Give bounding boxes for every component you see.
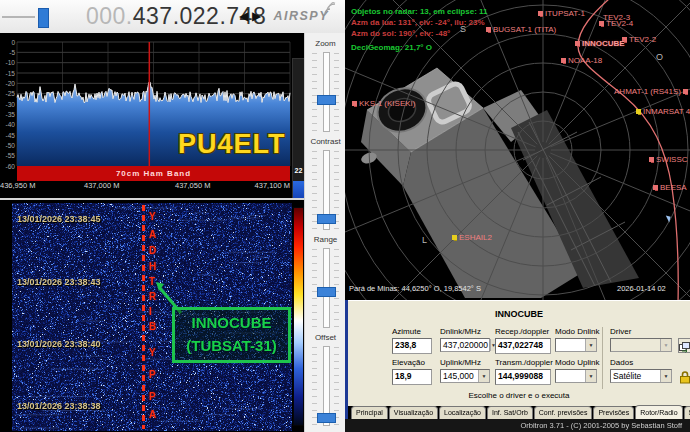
rx-doppler-value[interactable]: 437,022748: [495, 338, 551, 354]
elevation-value[interactable]: 18,9: [392, 369, 432, 385]
spectrum-y-tick: -50: [0, 142, 15, 149]
chevron-down-icon[interactable]: ▼: [660, 370, 671, 382]
satellite-bugsat-1-tita[interactable]: BUGSAT-1 (TITA): [486, 25, 556, 34]
spectrum-y-tick: -10: [0, 59, 15, 66]
radar-info-block: Objetos no radar: 13, em eclipse: 11Azm …: [351, 6, 488, 53]
satellite-eshail2[interactable]: ESHAIL2: [452, 233, 492, 242]
zoom-slider-handle[interactable]: [317, 95, 336, 105]
tab-inf-sat-orb[interactable]: Inf. Sat/Orb: [487, 406, 533, 419]
spectrum-x-tick: 437,050 M: [175, 181, 210, 190]
data-source-combo[interactable]: Satélite▼: [610, 369, 672, 383]
signal-letter: P: [149, 391, 156, 402]
tab-visualiza-o[interactable]: Visualização: [389, 406, 438, 419]
spectrum-y-tick: -45: [0, 132, 15, 139]
frequency-step-down-icon[interactable]: ◀: [239, 9, 248, 23]
radar-datetime: 2026-01-14 02: [617, 284, 666, 293]
annotation-line1: INNOCUBE: [175, 312, 288, 333]
spectrum-y-tick: 0: [0, 39, 15, 46]
tab-localiza-o[interactable]: Localização: [439, 406, 486, 419]
waterfall-panel[interactable]: 13/01/2026 23:38:4513/01/2026 23:38:4313…: [0, 200, 304, 432]
satellite-marker-icon: [575, 41, 580, 46]
uplink-label: Uplink/MHz: [440, 358, 490, 367]
orbitron-window: Objetos no radar: 13, em eclipse: 11Azm …: [345, 0, 690, 432]
spectrum-x-tick: 437,100 M: [255, 181, 290, 190]
satellite-ahmat-1-rs41s[interactable]: AHMAT-1 (RS41S): [614, 87, 688, 96]
uplink-mode-combo[interactable]: ▼: [555, 369, 597, 383]
contrast-slider-handle[interactable]: [317, 214, 336, 224]
tab-principal[interactable]: Principal: [351, 406, 388, 419]
satellite-kks-1-kiseki[interactable]: KKS-1 (KISEKI): [352, 99, 415, 108]
satellite-itupsat-1[interactable]: ITUPSAT-1: [538, 9, 585, 18]
satellite-marker-icon: [649, 157, 654, 162]
satellite-innocube[interactable]: INNOCUBE: [575, 39, 625, 48]
tab-conf-previs-es[interactable]: Conf. previsões: [534, 406, 593, 419]
downlink-mode-combo[interactable]: ▼: [555, 338, 597, 352]
radar-view[interactable]: Objetos no radar: 13, em eclipse: 11Azm …: [345, 0, 690, 300]
downlink-field-group: Dnlink/MHz 437,020000▼: [440, 327, 490, 352]
waterfall-tuning-line: [142, 205, 145, 429]
downlink-combo[interactable]: 437,020000▼: [440, 338, 490, 352]
satellite-beesa[interactable]: BEESA: [653, 183, 687, 192]
signal-letter: P: [149, 369, 156, 380]
zoom-slider[interactable]: [323, 52, 330, 132]
uplink-combo[interactable]: 145,000▼: [440, 369, 490, 383]
driver-combo[interactable]: ▼: [610, 338, 672, 352]
satellite-label: AHMAT-1 (RS41S): [614, 87, 681, 96]
spectrum-y-tick: -60: [0, 163, 15, 170]
uplink-mode-value: [556, 370, 585, 382]
frequency-step-up-icon[interactable]: ▶: [252, 9, 261, 23]
signal-letter: A: [149, 229, 156, 240]
elevation-field-group: Elevação 18,9: [392, 358, 432, 385]
chevron-down-icon[interactable]: ▼: [585, 370, 596, 382]
signal-letter: A: [149, 409, 156, 420]
azimuth-value[interactable]: 238,8: [392, 338, 432, 354]
tab-rotor-radio[interactable]: Rotor/Radio: [635, 405, 682, 419]
sdr-adjustment-sliders: ZoomContrastRangeOffset: [304, 33, 346, 432]
rx-doppler-field-group: Recep./doppler 437,022748: [495, 327, 551, 354]
data-source-value: Satélite: [611, 370, 660, 382]
chevron-down-icon[interactable]: ▼: [660, 339, 671, 351]
radar-info-line: Azm do sol: 190°, elv: -48°: [351, 28, 488, 39]
spectrum-y-tick: -15: [0, 70, 15, 77]
signal-letter: I: [149, 306, 152, 317]
range-slider-handle[interactable]: [317, 287, 336, 297]
driver-run-button[interactable]: [678, 338, 690, 353]
satellite-noaa-18[interactable]: NOAA-18: [561, 56, 602, 65]
compass-label-l: L: [422, 235, 427, 245]
slider-label-contrast: Contrast: [305, 137, 346, 146]
panel-separator: [602, 327, 603, 389]
airspy-logo-text: AIRSPY: [273, 9, 329, 23]
tab-previs-es[interactable]: Previsões: [593, 406, 634, 419]
satellite-inmarsat-4-f3[interactable]: INMARSAT 4-F3: [636, 107, 690, 116]
data-source-label: Dados: [610, 358, 672, 367]
signal-letter: H: [149, 261, 156, 272]
satellite-label: ITUPSAT-1: [545, 9, 585, 18]
satellite-label: TEV2-2: [629, 35, 656, 44]
chevron-down-icon[interactable]: ▼: [585, 339, 596, 351]
driver-label: Driver: [610, 327, 672, 336]
tx-doppler-field-group: Transm./doppler 144,999088: [495, 358, 551, 385]
tune-step-slider[interactable]: [2, 16, 35, 18]
tx-doppler-value[interactable]: 144,999088: [495, 369, 551, 385]
offset-slider-handle[interactable]: [317, 413, 336, 423]
spectrum-y-tick: -55: [0, 152, 15, 159]
driver-value: [611, 339, 660, 351]
satellite-marker[interactable]: [665, 216, 672, 222]
band-plan-label: 70cm Ham Band: [116, 169, 191, 178]
tab-sobre[interactable]: Sobre: [684, 406, 690, 419]
satellite-label: INNOCUBE: [582, 39, 625, 48]
selected-satellite-title: INNOCUBE: [348, 309, 690, 319]
callsign-overlay: PU4ELT: [178, 129, 286, 160]
satellite-swissc[interactable]: SWISSC: [649, 155, 688, 164]
satellite-tev2-2[interactable]: TEV2-2: [622, 35, 656, 44]
frequency-dim-digits: 000.: [86, 3, 133, 29]
radar-status-bar: Pará de Minas: 44,6250° O, 19,8542° S 20…: [345, 284, 690, 300]
satellite-tev2-4[interactable]: TEV2-4: [599, 19, 633, 28]
satellite-label: ESHAIL2: [459, 233, 492, 242]
spectrum-panel[interactable]: 0-5-10-15-20-25-30-35-40-45-50-55-60 70c…: [0, 33, 304, 200]
chevron-down-icon[interactable]: ▼: [478, 370, 489, 382]
tune-step-slider-handle[interactable]: [38, 8, 49, 28]
orbitron-tab-bar: PrincipalVisualizaçãoLocalizaçãoInf. Sat…: [348, 405, 690, 419]
lock-icon[interactable]: [679, 370, 690, 384]
spectrum-y-tick: -30: [0, 101, 15, 108]
